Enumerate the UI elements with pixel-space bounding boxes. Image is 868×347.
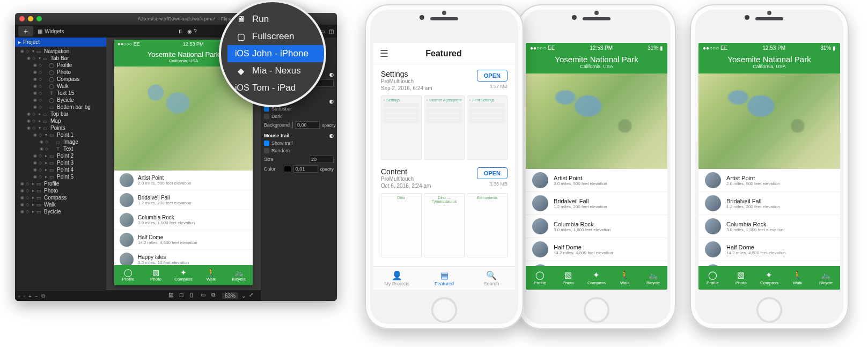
lock-icon[interactable]: ◇ bbox=[39, 132, 42, 137]
visibility-icon[interactable]: ◉ bbox=[27, 112, 31, 116]
visibility-icon[interactable]: ◉ bbox=[27, 125, 31, 130]
lock-icon[interactable]: ◇ bbox=[39, 174, 42, 179]
trail-checkbox[interactable] bbox=[264, 141, 269, 146]
visibility-icon[interactable]: ◉ bbox=[33, 91, 37, 95]
poi-item[interactable]: Bridalveil Fall1.2 miles, 200 feet eleva… bbox=[114, 190, 253, 210]
featured-list[interactable]: SettingsProMultitouchSep 2, 2016, 6:24 a… bbox=[373, 64, 515, 266]
chevron-down-icon[interactable]: ⌄ bbox=[241, 293, 246, 299]
bounds-icon[interactable]: ◻ bbox=[179, 292, 187, 299]
trail-color-swatch[interactable] bbox=[284, 166, 291, 172]
poi-item[interactable]: Bridalveil Fall1.2 miles, 200 feet eleva… bbox=[526, 192, 667, 215]
featured-card[interactable]: SettingsProMultitouchSep 2, 2016, 6:24 a… bbox=[373, 64, 515, 162]
grid-icon[interactable]: ▨ bbox=[168, 292, 176, 299]
park-map[interactable] bbox=[698, 73, 840, 169]
visibility-icon[interactable]: ◉ bbox=[33, 132, 37, 137]
visibility-icon[interactable]: ◉ bbox=[40, 146, 43, 151]
caret-icon[interactable]: ▸ bbox=[44, 167, 48, 172]
tree-row[interactable]: ◉◇▸▭Photo bbox=[15, 187, 106, 194]
poi-item[interactable]: Half Dome14.2 miles, 4,800 feet elevatio… bbox=[698, 238, 840, 261]
caret-icon[interactable]: ▸ bbox=[44, 174, 48, 179]
lock-icon[interactable]: ◇ bbox=[39, 84, 42, 88]
size-input[interactable] bbox=[309, 156, 334, 163]
tab-photo[interactable]: ▧Photo bbox=[142, 265, 170, 285]
tree-row[interactable]: ◉◇▸▭Map bbox=[15, 117, 106, 124]
open-button[interactable]: OPEN bbox=[477, 167, 507, 179]
tree-row[interactable]: ◉◇▭Image bbox=[15, 138, 106, 145]
poi-item[interactable]: Half Dome14.2 miles, 4,800 feet elevatio… bbox=[114, 230, 253, 250]
visibility-icon[interactable]: ◉ bbox=[33, 174, 37, 179]
visibility-icon[interactable]: ◉ bbox=[20, 188, 24, 193]
lock-icon[interactable]: ◇ bbox=[39, 70, 42, 75]
caret-icon[interactable]: ▸ bbox=[44, 160, 48, 165]
tab-compass[interactable]: ✦Compass bbox=[755, 266, 784, 290]
tree-row[interactable]: ◉◇TText 15 bbox=[15, 90, 106, 97]
visibility-icon[interactable]: ◉ bbox=[33, 153, 37, 158]
lock-icon[interactable]: ◇ bbox=[26, 209, 29, 214]
tab-walk[interactable]: 🚶Walk bbox=[197, 265, 225, 285]
caret-icon[interactable]: ▾ bbox=[38, 125, 42, 130]
open-button[interactable]: OPEN bbox=[477, 70, 507, 82]
visibility-icon[interactable]: ◉ bbox=[20, 209, 24, 214]
poi-item[interactable]: Bridalveil Fall1.2 miles, 200 feet eleva… bbox=[698, 192, 840, 215]
lock-icon[interactable]: ◇ bbox=[39, 167, 42, 172]
visibility-icon[interactable]: ◉ bbox=[27, 56, 31, 61]
lock-icon[interactable]: ◇ bbox=[39, 105, 42, 109]
zoom-level[interactable]: 63% bbox=[222, 292, 238, 299]
tree-row[interactable]: ◉◇▸▭Point 3 bbox=[15, 159, 106, 166]
fullscreen-icon[interactable]: ⤢ bbox=[249, 292, 256, 299]
featured-tab-my-projects[interactable]: 👤My Projects bbox=[373, 267, 421, 290]
tree-row[interactable]: ◉◇▭Bottom bar bg bbox=[15, 104, 106, 110]
tree-row[interactable]: ◉◇▸▭Compass bbox=[15, 194, 106, 201]
tree-row[interactable]: ◉◇▾▭Navigation bbox=[15, 48, 106, 55]
section-toggle-icon[interactable]: ◐ bbox=[329, 99, 334, 104]
traffic-lights[interactable] bbox=[19, 16, 42, 21]
lock-icon[interactable]: ◇ bbox=[45, 146, 48, 151]
lock-icon[interactable]: ◇ bbox=[45, 139, 48, 144]
lock-icon[interactable]: ◇ bbox=[39, 153, 42, 158]
poi-item[interactable]: Happy Isles0.5 miles, 10 feet elevation bbox=[698, 261, 840, 266]
tab-profile[interactable]: ◯Profile bbox=[698, 266, 727, 290]
close-icon[interactable] bbox=[19, 16, 25, 21]
tab-photo[interactable]: ▧Photo bbox=[727, 266, 755, 290]
run-target-item[interactable]: ▢Fullscreen bbox=[227, 28, 324, 45]
tab-walk[interactable]: 🚶Walk bbox=[783, 266, 812, 290]
visibility-icon[interactable]: ◉ bbox=[33, 84, 37, 88]
tab-profile[interactable]: ◯Profile bbox=[526, 266, 554, 290]
tree-row[interactable]: ◉◇▸▭Point 5 bbox=[15, 173, 106, 180]
tree-row[interactable]: ◉◇◯Walk bbox=[15, 83, 106, 90]
run-target-item[interactable]: ◆Mia - Nexus bbox=[227, 62, 324, 79]
tab-compass[interactable]: ✦Compass bbox=[170, 265, 197, 285]
featured-card[interactable]: ContentProMultitouchOct 6, 2016, 2:24 am… bbox=[373, 162, 515, 260]
tree-row[interactable]: ◉◇▸▭Walk bbox=[15, 201, 106, 208]
tree-row[interactable]: ◉◇▾▭Point 1 bbox=[15, 131, 106, 138]
visibility-icon[interactable]: ◉ bbox=[33, 160, 37, 165]
caret-icon[interactable]: ▸ bbox=[38, 119, 42, 123]
lock-icon[interactable]: ◇ bbox=[32, 119, 35, 123]
section-toggle-icon[interactable]: ◐ bbox=[329, 133, 334, 138]
caret-icon[interactable]: ▸ bbox=[31, 181, 35, 186]
featured-tab-search[interactable]: 🔍Search bbox=[468, 267, 515, 290]
visibility-icon[interactable]: ◉ bbox=[20, 195, 24, 200]
panels-icon[interactable]: ◫ bbox=[329, 28, 334, 34]
visibility-icon[interactable]: ◉ bbox=[33, 70, 37, 75]
folder-icon[interactable]: ▫ bbox=[24, 293, 26, 299]
minimize-icon[interactable] bbox=[28, 16, 33, 21]
tree-row[interactable]: ◉◇TText bbox=[15, 145, 106, 152]
duplicate-icon[interactable]: ⧉ bbox=[41, 293, 45, 299]
lock-icon[interactable]: ◇ bbox=[39, 63, 42, 68]
lock-icon[interactable]: ◇ bbox=[26, 49, 29, 54]
caret-icon[interactable]: ▾ bbox=[44, 132, 48, 137]
tab-compass[interactable]: ✦Compass bbox=[583, 266, 611, 290]
lock-icon[interactable]: ◇ bbox=[39, 77, 42, 82]
zoom-icon[interactable] bbox=[36, 16, 42, 21]
copy-icon[interactable]: ⧉ bbox=[211, 292, 219, 299]
tree-row[interactable]: ◉◇▾▭Points bbox=[15, 124, 106, 131]
visibility-icon[interactable]: ◉ bbox=[33, 167, 37, 172]
widgets-button[interactable]: ▦ Widgets bbox=[38, 28, 64, 34]
caret-icon[interactable]: ▾ bbox=[31, 49, 35, 54]
tree-row[interactable]: ◉◇▾▭Tab Bar bbox=[15, 55, 106, 62]
bg-opacity-input[interactable] bbox=[295, 121, 320, 129]
lock-icon[interactable]: ◇ bbox=[26, 202, 29, 207]
tree-row[interactable]: ◉◇◯Compass bbox=[15, 76, 106, 83]
lock-icon[interactable]: ◇ bbox=[26, 195, 29, 200]
